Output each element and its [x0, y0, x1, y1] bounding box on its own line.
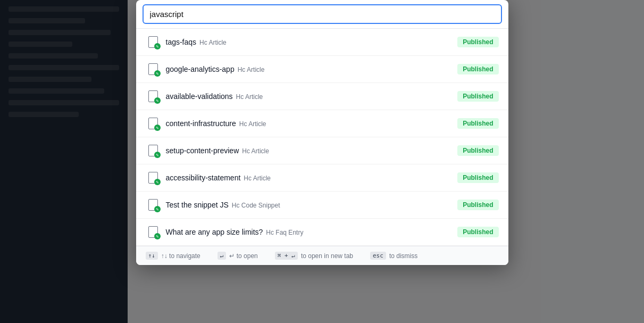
status-badge: Published	[457, 172, 498, 183]
article-icon	[146, 145, 161, 156]
result-type: Hc Article	[242, 147, 269, 155]
result-item[interactable]: google-analytics-appHc Article Published	[136, 56, 508, 83]
page-icon	[148, 172, 158, 184]
result-name: setup-content-previewHc Article	[166, 146, 269, 155]
status-badge: Published	[457, 227, 498, 237]
result-type: Hc Article	[236, 93, 263, 101]
result-item[interactable]: content-infrastructureHc Article Publish…	[136, 110, 508, 137]
result-type: Hc Article	[238, 66, 265, 73]
article-icon	[146, 118, 161, 129]
page-icon	[148, 199, 158, 211]
result-left: google-analytics-appHc Article	[146, 63, 265, 75]
result-item[interactable]: accessibility-statementHc Article Publis…	[136, 164, 508, 192]
result-left: content-infrastructureHc Article	[146, 118, 266, 129]
result-name: Test the snippet JSHc Code Snippet	[166, 201, 280, 209]
status-badge: Published	[457, 64, 498, 74]
open-new-tab-key: ⌘ + ↵	[275, 252, 298, 260]
article-icon	[146, 63, 161, 75]
result-item[interactable]: tags-faqsHc Article Published	[136, 29, 508, 56]
result-type: Hc Article	[244, 175, 271, 182]
status-badge: Published	[457, 145, 498, 156]
result-type: Hc Faq Entry	[266, 229, 303, 236]
page-icon	[148, 63, 158, 75]
dismiss-hint: esc to dismiss	[370, 252, 417, 260]
pen-icon	[154, 97, 161, 104]
pen-icon	[154, 179, 161, 185]
pen-icon	[154, 206, 161, 212]
result-left: accessibility-statementHc Article	[146, 172, 271, 184]
nav-key: ↑↓	[146, 252, 158, 260]
article-icon	[146, 199, 161, 211]
dismiss-key: esc	[370, 252, 386, 260]
pen-icon	[154, 43, 161, 49]
result-name: available-validationsHc Article	[166, 92, 263, 101]
article-icon	[146, 36, 161, 48]
pen-icon	[154, 125, 161, 131]
page-icon	[148, 90, 158, 102]
search-input[interactable]	[143, 4, 502, 24]
pen-icon	[154, 70, 161, 77]
open-new-tab-hint: ⌘ + ↵ to open in new tab	[275, 252, 353, 260]
page-icon	[148, 226, 158, 238]
result-left: setup-content-previewHc Article	[146, 145, 269, 156]
result-left: Test the snippet JSHc Code Snippet	[146, 199, 280, 211]
result-type: Hc Article	[239, 120, 266, 128]
page-icon	[148, 118, 158, 129]
result-left: available-validationsHc Article	[146, 90, 263, 102]
result-item[interactable]: available-validationsHc Article Publishe…	[136, 83, 508, 110]
open-key: ↵	[218, 252, 227, 260]
pen-icon	[154, 152, 161, 158]
navigate-hint: ↑↓ ↑↓ to navigate	[146, 252, 200, 260]
result-type: Hc Code Snippet	[232, 202, 280, 209]
search-modal: tags-faqsHc Article Published google-ana…	[136, 0, 508, 265]
page-icon	[148, 36, 158, 48]
article-icon	[146, 90, 161, 102]
result-item[interactable]: What are any app size limits?Hc Faq Entr…	[136, 219, 508, 246]
page-icon	[148, 145, 158, 156]
status-badge: Published	[457, 118, 498, 129]
status-badge: Published	[457, 91, 498, 102]
result-left: tags-faqsHc Article	[146, 36, 227, 48]
result-name: content-infrastructureHc Article	[166, 119, 266, 128]
result-name: tags-faqsHc Article	[166, 38, 227, 46]
search-input-wrapper	[136, 0, 508, 29]
open-hint: ↵ ↵ to open	[218, 252, 258, 260]
result-name: google-analytics-appHc Article	[166, 65, 265, 73]
status-badge: Published	[457, 200, 498, 210]
status-badge: Published	[457, 37, 498, 47]
keyboard-hints-bar: ↑↓ ↑↓ to navigate ↵ ↵ to open ⌘ + ↵ to o…	[136, 246, 508, 265]
result-name: What are any app size limits?Hc Faq Entr…	[166, 228, 304, 236]
result-item[interactable]: Test the snippet JSHc Code Snippet Publi…	[136, 192, 508, 219]
results-list: tags-faqsHc Article Published google-ana…	[136, 29, 508, 246]
article-icon	[146, 172, 161, 184]
result-left: What are any app size limits?Hc Faq Entr…	[146, 226, 304, 238]
article-icon	[146, 226, 161, 238]
result-name: accessibility-statementHc Article	[166, 173, 271, 182]
pen-icon	[154, 233, 161, 239]
result-type: Hc Article	[199, 39, 227, 46]
result-item[interactable]: setup-content-previewHc Article Publishe…	[136, 137, 508, 164]
